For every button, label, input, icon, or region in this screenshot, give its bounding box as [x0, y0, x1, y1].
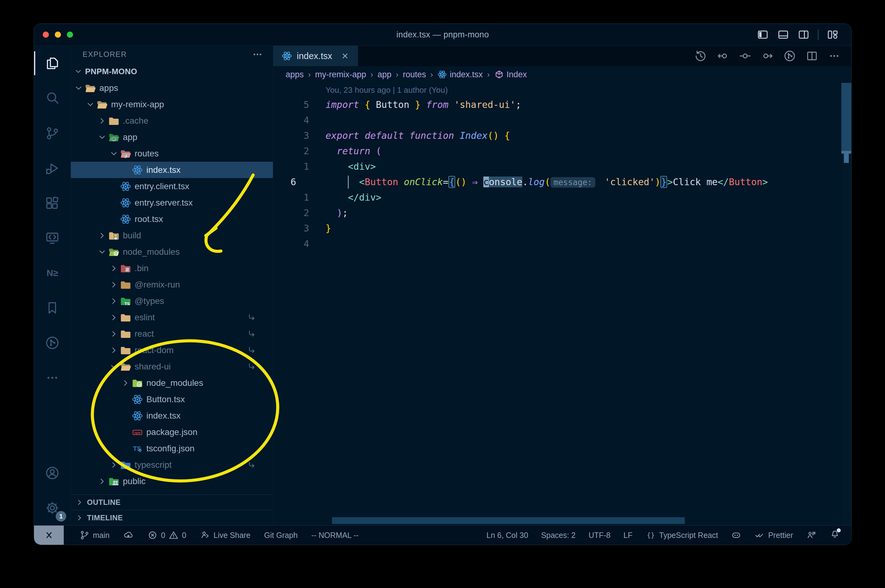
tree-item-public[interactable]: public	[71, 473, 273, 489]
breadcrumb-item-app[interactable]: app	[378, 70, 391, 80]
code-line[interactable]: 4	[273, 112, 851, 128]
code-line[interactable]: 2 return (	[273, 144, 851, 159]
branch-status[interactable]: main	[79, 530, 110, 540]
tab-index-tsx[interactable]: index.tsx	[273, 46, 358, 66]
code-editor[interactable]: You, 23 hours ago | 1 author (You) 5impo…	[273, 83, 851, 525]
tree-item-app[interactable]: ⚙app	[71, 129, 273, 145]
toggle-sidebar-icon[interactable]	[757, 28, 769, 41]
outline-panel-header[interactable]: OUTLINE	[71, 494, 273, 510]
tree-item-build[interactable]: build	[71, 227, 273, 244]
encoding[interactable]: UTF-8	[588, 531, 611, 540]
svg-text:10: 10	[126, 270, 129, 272]
workspace-section-header[interactable]: PNPM-MONO	[71, 63, 273, 80]
tree-item-routes[interactable]: routes	[71, 145, 273, 162]
code-line[interactable]: 4	[273, 236, 851, 252]
split-editor-icon[interactable]	[805, 50, 819, 63]
code-line[interactable]: 1 <div>	[273, 159, 851, 174]
breadcrumb-item-index.tsx[interactable]: index.tsx	[437, 69, 483, 80]
tree-item-my-remix-app[interactable]: my-remix-app	[71, 96, 273, 112]
vim-mode[interactable]: -- NORMAL --	[311, 531, 359, 540]
activity-remote-explorer[interactable]	[34, 220, 71, 255]
activity-run-debug[interactable]	[34, 150, 71, 186]
timeline-panel-header[interactable]: TIMELINE	[71, 510, 273, 525]
breadcrumb-separator: ›	[396, 70, 399, 80]
breadcrumb-label: app	[378, 70, 391, 80]
explorer-more-actions-icon[interactable]	[252, 49, 263, 60]
tree-item-entry.client.tsx[interactable]: entry.client.tsx	[71, 178, 273, 195]
code-token: {	[504, 130, 510, 141]
code-line-current[interactable]: 6 <Button onClick={() ⇒ console.log(mess…	[273, 174, 851, 190]
code-line[interactable]: 1 </div>	[273, 190, 851, 205]
tree-item-Button.tsx[interactable]: Button.tsx	[71, 391, 273, 408]
toggle-panel-icon[interactable]	[777, 28, 789, 41]
code-line[interactable]: 3export default function Index() {	[273, 128, 851, 144]
tree-item-shared-ui[interactable]: shared-ui	[71, 358, 273, 375]
tree-item-tsconfig.json[interactable]: TS⚙tsconfig.json	[71, 440, 273, 457]
git-graph-status[interactable]: Git Graph	[264, 531, 298, 540]
eol[interactable]: LF	[623, 531, 632, 540]
live-share[interactable]: Live Share	[200, 530, 251, 540]
breadcrumb-item-my-remix-app[interactable]: my-remix-app	[315, 70, 366, 80]
chevron-right-icon	[75, 513, 84, 522]
code-line[interactable]: 5import { Button } from 'shared-ui';	[273, 97, 851, 112]
activity-nx-console[interactable]: N≥	[34, 255, 71, 290]
tree-item-index.tsx[interactable]: index.tsx	[71, 408, 273, 424]
remote-indicator[interactable]	[34, 525, 64, 545]
activity-bookmarks[interactable]	[34, 290, 71, 325]
activity-more-views[interactable]	[34, 360, 71, 395]
tree-item-root.tsx[interactable]: root.tsx	[71, 211, 273, 227]
tree-item-entry.server.tsx[interactable]: entry.server.tsx	[71, 195, 273, 211]
next-change-icon[interactable]	[761, 50, 774, 63]
tree-item-@remix-run[interactable]: @remix-run	[71, 276, 273, 293]
vertical-scrollbar[interactable]	[841, 83, 851, 525]
horizontal-scrollbar-thumb[interactable]	[332, 517, 685, 524]
activity-settings-gear[interactable]: 1	[34, 490, 71, 525]
breadcrumb-item-apps[interactable]: apps	[286, 70, 304, 80]
toggle-secondary-sidebar-icon[interactable]	[798, 28, 810, 41]
activity-git-graph-activity[interactable]	[34, 325, 71, 360]
tree-item-typescript[interactable]: TStypescript	[71, 457, 273, 473]
breadcrumb-item-Index[interactable]: Index	[494, 69, 527, 80]
activity-account[interactable]	[34, 455, 71, 490]
previous-change-icon[interactable]	[716, 50, 729, 63]
tree-item-.bin[interactable]: 0110.bin	[71, 260, 273, 276]
tree-item-node_modules[interactable]: JSnode_modules	[71, 375, 273, 391]
prettier-status[interactable]: Prettier	[754, 530, 793, 540]
language-mode[interactable]: {}TypeScript React	[646, 530, 718, 540]
vertical-scrollbar-thumb[interactable]	[841, 83, 851, 152]
copilot-status[interactable]	[731, 530, 741, 540]
tree-item-node_modules[interactable]: JSnode_modules	[71, 244, 273, 260]
tree-item-react-dom[interactable]: react-dom	[71, 342, 273, 358]
activity-source-control[interactable]	[34, 116, 71, 150]
tree-item-@types[interactable]: TS@types	[71, 293, 273, 309]
breadcrumb: apps›my-remix-app›app›routes›index.tsx›I…	[273, 66, 851, 83]
code-line[interactable]: 3}	[273, 221, 851, 236]
tree-item-package.json[interactable]: npmpackage.json	[71, 424, 273, 440]
open-changes-icon[interactable]	[739, 50, 752, 63]
gitlens-graph-icon[interactable]	[783, 50, 796, 63]
svg-text:N≥: N≥	[47, 268, 58, 278]
code-token: >	[763, 177, 768, 188]
more-actions-icon[interactable]	[828, 50, 841, 63]
indentation[interactable]: Spaces: 2	[541, 531, 576, 540]
activity-search[interactable]	[34, 81, 71, 116]
status-label: main	[93, 531, 110, 540]
customize-layout-icon[interactable]	[826, 28, 839, 41]
tree-item-index.tsx[interactable]: index.tsx	[71, 162, 273, 178]
tree-item-eslint[interactable]: eslint	[71, 309, 273, 326]
tree-item-apps[interactable]: apps	[71, 80, 273, 96]
breadcrumb-item-routes[interactable]: routes	[403, 70, 426, 80]
chevron-right-icon	[98, 231, 107, 240]
publish-changes[interactable]	[123, 530, 134, 540]
history-icon[interactable]	[694, 50, 707, 63]
tree-item-.cache[interactable]: .cache	[71, 112, 273, 129]
activity-extensions[interactable]	[34, 186, 71, 220]
tree-item-react[interactable]: react	[71, 326, 273, 342]
activity-files[interactable]	[34, 46, 71, 81]
close-tab-icon[interactable]	[340, 51, 350, 61]
code-line[interactable]: 2 );	[273, 205, 851, 221]
feedback[interactable]	[806, 530, 817, 540]
problems-status[interactable]: 00	[147, 530, 186, 540]
cursor-position[interactable]: Ln 6, Col 30	[486, 531, 528, 540]
notifications[interactable]	[829, 529, 840, 542]
